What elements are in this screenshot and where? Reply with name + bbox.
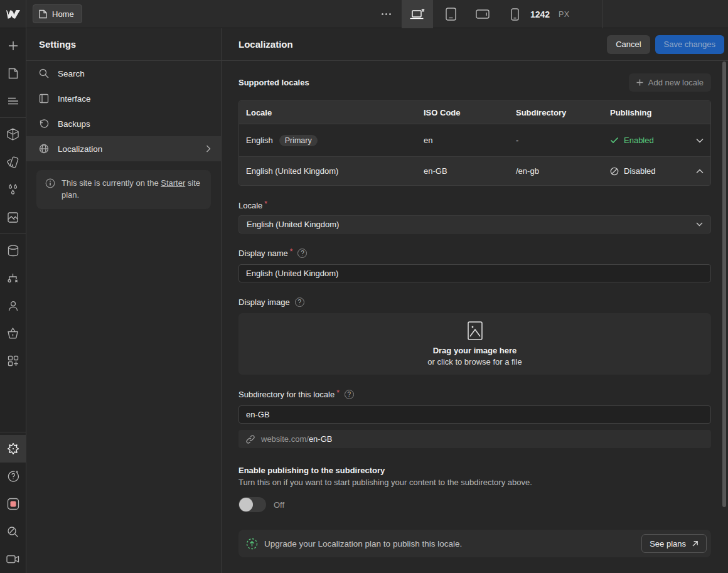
help-tooltip-icon[interactable]: ? bbox=[295, 297, 304, 307]
gear-icon bbox=[7, 442, 19, 455]
breakpoint-desktop-button[interactable] bbox=[402, 0, 433, 28]
locale-select[interactable]: English (United Kingdom) bbox=[238, 215, 711, 233]
chevron-down-icon bbox=[696, 222, 703, 227]
publish-toggle[interactable] bbox=[238, 497, 266, 512]
components-button[interactable] bbox=[0, 120, 26, 148]
save-changes-button[interactable]: Save changes bbox=[655, 35, 724, 54]
publish-toggle-description: Turn this on if you want to start publis… bbox=[238, 478, 711, 487]
required-marker: * bbox=[264, 200, 267, 208]
col-subdirectory: Subdirectory bbox=[516, 108, 610, 117]
interface-icon bbox=[39, 94, 49, 104]
zoom-button[interactable] bbox=[0, 518, 26, 545]
image-icon bbox=[7, 212, 19, 223]
locale-row-english-uk[interactable]: English (United Kingdom) en-GB /en-gb Di… bbox=[239, 156, 710, 185]
globe-icon bbox=[39, 144, 49, 154]
phone-icon bbox=[511, 8, 519, 21]
see-plans-button[interactable]: See plans bbox=[641, 534, 707, 553]
display-image-field-label: Display image ? bbox=[238, 297, 711, 307]
webflow-logo-icon bbox=[6, 10, 20, 19]
add-new-locale-button[interactable]: Add new locale bbox=[629, 73, 711, 92]
help-sparkle-icon bbox=[7, 470, 19, 483]
tablet-icon bbox=[446, 8, 456, 21]
url-prefix: website.com/ bbox=[261, 434, 309, 444]
settings-item-localization[interactable]: Localization bbox=[26, 136, 221, 161]
help-tooltip-icon[interactable]: ? bbox=[345, 390, 354, 399]
col-iso: ISO Code bbox=[424, 108, 516, 117]
locale-row-english[interactable]: English Primary en - Enabled bbox=[239, 124, 710, 156]
logic-button[interactable] bbox=[0, 264, 26, 292]
breakpoint-phone-button[interactable] bbox=[506, 0, 523, 28]
cancel-button[interactable]: Cancel bbox=[607, 35, 650, 54]
pages-button[interactable] bbox=[0, 60, 26, 87]
scrollbar-thumb[interactable] bbox=[722, 62, 726, 507]
breakpoint-landscape-button[interactable] bbox=[473, 0, 492, 28]
primary-badge: Primary bbox=[279, 135, 318, 146]
more-options-icon[interactable] bbox=[377, 0, 395, 28]
user-icon bbox=[8, 300, 19, 312]
settings-item-interface[interactable]: Interface bbox=[26, 86, 221, 111]
locale-subdirectory: - bbox=[516, 136, 610, 145]
settings-item-backups[interactable]: Backups bbox=[26, 111, 221, 136]
image-dropzone[interactable]: Drag your image here or click to browse … bbox=[238, 313, 711, 375]
display-name-input[interactable] bbox=[238, 264, 711, 282]
help-button[interactable] bbox=[0, 463, 26, 490]
locales-table: Locale ISO Code Subdirectory Publishing … bbox=[238, 100, 711, 186]
plus-icon bbox=[8, 40, 19, 51]
search-icon bbox=[39, 68, 49, 78]
publish-toggle-title: Enable publishing to the subdirectory bbox=[238, 466, 711, 475]
starter-plan-link[interactable]: Starter bbox=[161, 178, 185, 188]
breakpoint-width-value[interactable]: 1242 bbox=[530, 0, 550, 28]
chevron-down-icon[interactable] bbox=[692, 138, 704, 143]
add-elements-button[interactable] bbox=[0, 32, 26, 60]
cube-icon bbox=[7, 128, 19, 141]
assets-button[interactable] bbox=[0, 203, 26, 231]
cms-button[interactable] bbox=[0, 237, 26, 264]
toggle-state-label: Off bbox=[274, 500, 284, 510]
home-button[interactable]: Home bbox=[33, 4, 82, 23]
localization-content: Supported locales Add new locale Locale … bbox=[222, 73, 728, 557]
left-icon-rail bbox=[0, 28, 26, 573]
supported-locales-title: Supported locales bbox=[238, 78, 309, 87]
upgrade-message: Upgrade your Localization plan to publis… bbox=[264, 539, 635, 549]
users-button[interactable] bbox=[0, 292, 26, 319]
variables-button[interactable] bbox=[0, 176, 26, 203]
rail-divider bbox=[0, 233, 26, 234]
droplets-icon bbox=[8, 184, 18, 196]
navigator-icon bbox=[8, 97, 19, 105]
disabled-icon bbox=[610, 167, 619, 176]
record-icon bbox=[7, 498, 19, 510]
apps-button[interactable] bbox=[0, 347, 26, 375]
subdirectory-input[interactable] bbox=[238, 405, 711, 424]
breakpoint-tablet-button[interactable] bbox=[442, 0, 459, 28]
url-preview: website.com/ en-GB bbox=[238, 430, 711, 448]
site-plan-notice: This site is currently on the Starter si… bbox=[36, 170, 211, 209]
dropzone-title: Drag your image here bbox=[433, 346, 517, 355]
chevron-right-icon bbox=[206, 145, 211, 153]
col-publishing: Publishing bbox=[610, 108, 692, 117]
locales-table-header: Locale ISO Code Subdirectory Publishing bbox=[239, 101, 710, 124]
notice-text: This site is currently on the Starter si… bbox=[62, 178, 202, 201]
locale-name: English (United Kingdom) bbox=[246, 166, 338, 176]
record-button[interactable] bbox=[0, 490, 26, 518]
top-bar: Home 1242 PX bbox=[0, 0, 728, 28]
settings-button[interactable] bbox=[0, 435, 26, 463]
toggle-knob bbox=[239, 498, 253, 511]
display-name-field-label: Display name* ? bbox=[238, 249, 711, 258]
external-arrow-icon bbox=[692, 540, 699, 547]
url-subdirectory-value: en-GB bbox=[309, 434, 333, 444]
video-button[interactable] bbox=[0, 545, 26, 573]
webflow-logo[interactable] bbox=[0, 0, 26, 28]
settings-panel: Settings Search Interface Backups Locali… bbox=[26, 28, 222, 573]
navigator-button[interactable] bbox=[0, 87, 26, 115]
tablet-landscape-icon bbox=[476, 9, 490, 19]
page-title: Localization bbox=[238, 39, 293, 50]
apps-grid-icon bbox=[8, 355, 19, 367]
chevron-up-icon[interactable] bbox=[692, 169, 704, 174]
settings-item-search[interactable]: Search bbox=[26, 61, 221, 86]
style-panel-button[interactable] bbox=[0, 148, 26, 176]
help-tooltip-icon[interactable]: ? bbox=[297, 249, 307, 258]
locale-subdirectory: /en-gb bbox=[516, 166, 610, 176]
logic-flow-icon bbox=[7, 272, 19, 284]
ecommerce-button[interactable] bbox=[0, 319, 26, 347]
database-icon bbox=[8, 245, 19, 257]
